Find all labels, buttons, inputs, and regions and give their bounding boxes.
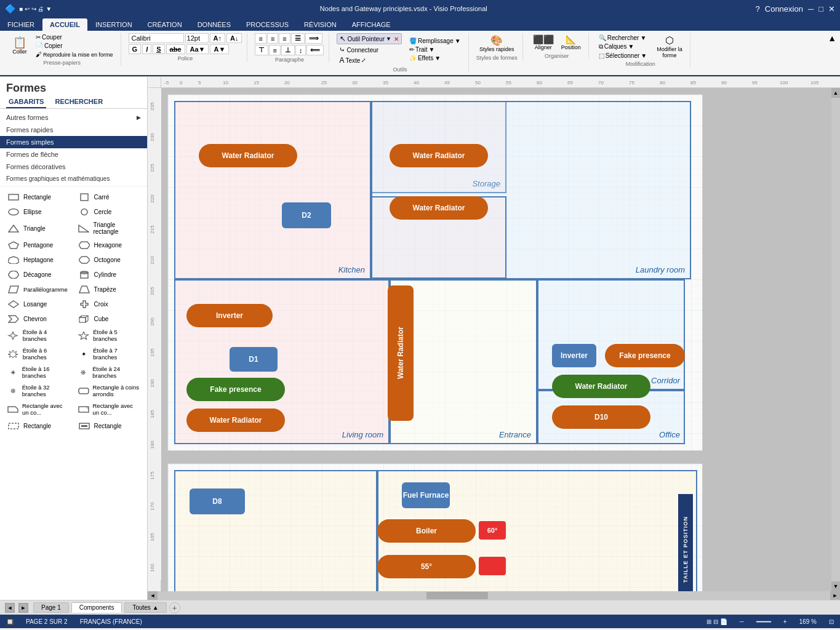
rechercher-btn[interactable]: 🔍 Rechercher ▼ [596, 34, 650, 42]
shape-etoile24[interactable]: ❊ Étoile à 24 branches [77, 364, 142, 381]
node-d3[interactable]: Inverter [552, 344, 596, 367]
sidebar-item-formes-graphiques[interactable]: Formes graphiques et mathématiques [0, 173, 147, 185]
shape-hexagone[interactable]: Hexagone [77, 238, 142, 252]
shape-parallelogramme[interactable]: Parallélogramme [6, 282, 71, 296]
sidebar-item-formes-rapides[interactable]: Formes rapides [0, 124, 147, 136]
taille-position-panel[interactable]: TAILLE ET POSITION [678, 494, 693, 591]
fit-page-btn[interactable]: ⊡ [829, 618, 834, 625]
decrease-indent-btn[interactable]: ⟸ [306, 45, 324, 55]
shape-rect-cut[interactable]: Rectangle avec un co... [6, 401, 71, 418]
shape-etoile7[interactable]: ✦ Étoile à 7 branches [77, 345, 142, 362]
sidebar-item-formes-fleche[interactable]: Formes de flèche [0, 148, 147, 161]
modifier-forme-btn[interactable]: ⬡ Modifier laforme [654, 33, 685, 60]
couper-btn[interactable]: ✂ Couper [33, 33, 116, 41]
shape-rectangle[interactable]: Rectangle [6, 190, 71, 204]
valign-top-btn[interactable]: ⊤ [255, 45, 268, 55]
remplissage-btn[interactable]: 🪣 Remplissage ▼ [407, 37, 463, 45]
page-scroll-right[interactable]: ► [18, 603, 28, 613]
bullets-btn[interactable]: ☰ [291, 33, 305, 44]
water-radiator-storage-top[interactable]: Water Radiator [390, 144, 488, 167]
hscroll-thumb[interactable] [426, 592, 488, 599]
trait-btn[interactable]: ✏ Trait ▼ [407, 46, 463, 54]
align-right-btn[interactable]: ≡ [279, 33, 290, 44]
scroll-left-btn[interactable]: ◄ [148, 591, 158, 600]
zoom-slider[interactable]: ━━━━ [756, 618, 771, 625]
inverter-office[interactable]: Fake presence [605, 344, 685, 367]
tab-insertion[interactable]: INSERTION [88, 18, 140, 31]
reproduire-btn[interactable]: 🖌 Reproduire la mise en forme [33, 50, 116, 58]
tab-donnees[interactable]: DONNÉES [190, 18, 238, 31]
selectionner-btn[interactable]: ⬚ Sélectionner ▼ [596, 52, 650, 60]
fake-presence-office[interactable]: Water Radiator [552, 375, 650, 398]
help-btn[interactable]: ? [756, 4, 760, 14]
page-tab-page1[interactable]: Page 1 [33, 602, 69, 613]
highlight-btn[interactable]: A▼ [210, 44, 229, 54]
scroll-down-btn[interactable]: ▼ [831, 581, 840, 591]
calques-btn[interactable]: ⧉ Calques ▼ [596, 42, 650, 51]
shrink-font-btn[interactable]: A↓ [226, 33, 242, 43]
page-tab-components[interactable]: Components [71, 602, 122, 613]
node-d1[interactable]: D1 [230, 347, 278, 372]
sidebar-item-formes-simples[interactable]: Formes simples [0, 136, 147, 148]
font-selector[interactable] [129, 33, 184, 43]
shape-cylindre[interactable]: Cylindre [77, 268, 142, 281]
valign-mid-btn[interactable]: ≡ [269, 45, 280, 55]
scrollbar-h[interactable]: ◄ ► [148, 591, 840, 600]
sidebar-item-formes-decoratives[interactable]: Formes décoratives [0, 161, 147, 173]
shape-etoile4[interactable]: Étoile à 4 branches [6, 327, 71, 344]
connecteur-label[interactable]: Connecteur [346, 47, 378, 54]
outil-pointeur-label[interactable]: Outil Pointeur [347, 36, 385, 42]
water-radiator-entrance-v[interactable]: Water Radiator [388, 285, 414, 421]
shape-etoile32[interactable]: ❊ Étoile à 32 branches [6, 382, 71, 399]
scroll-up-btn[interactable]: ▲ [831, 88, 840, 98]
shape-trapeze[interactable]: Trapèze [77, 282, 142, 296]
zoom-plus[interactable]: + [783, 618, 787, 625]
water-radiator-storage2[interactable]: Water Radiator [390, 196, 488, 220]
shape-losange[interactable]: Losange [6, 297, 71, 311]
minimize-btn[interactable]: ─ [808, 4, 814, 14]
fake-presence-living[interactable]: Fake presence [186, 378, 285, 401]
strikethrough-btn[interactable]: abc [166, 44, 185, 54]
tab-gabarits[interactable]: GABARITS [6, 96, 46, 108]
tab-creation[interactable]: CRÉATION [140, 18, 190, 31]
shape-rect-rounded[interactable]: Rectangle à coins arrondis [77, 382, 142, 399]
water-radiator-kitchen[interactable]: Water Radiator [199, 144, 297, 167]
canvas-scroll[interactable]: Kitchen Storage Laundry room [161, 88, 831, 591]
texte-label[interactable]: Texte [345, 57, 360, 64]
italic-btn[interactable]: I [142, 44, 151, 54]
copier-btn[interactable]: 📄 Copier [33, 42, 116, 50]
shape-rect-fold[interactable]: Rectangle avec un co... [77, 401, 142, 418]
zoom-minus[interactable]: ─ [740, 618, 744, 625]
shape-chevron[interactable]: Chevron [6, 312, 71, 325]
shape-etoile6[interactable]: Étoile à 6 branches [6, 345, 71, 362]
tab-rechercher[interactable]: RECHERCHER [52, 96, 105, 108]
align-left-btn[interactable]: ≡ [255, 33, 266, 44]
effets-btn[interactable]: ✨ Effets ▼ [407, 54, 463, 62]
connexion-btn[interactable]: Connexion [765, 4, 803, 14]
shape-etoile16[interactable]: ✳ Étoile à 16 branches [6, 364, 71, 381]
water-radiator-office[interactable]: D10 [552, 405, 650, 429]
node-d10[interactable]: D8 [190, 488, 245, 514]
shape-ellipse[interactable]: Ellipse [6, 205, 71, 218]
increase-indent-btn[interactable]: ⟹ [305, 33, 322, 44]
shape-rect3[interactable]: Rectangle [77, 419, 142, 433]
page-tab-toutes[interactable]: Toutes ▲ [124, 602, 166, 613]
styles-rapides-btn[interactable]: 🎨 Styles rapides [477, 33, 517, 54]
shape-cercle[interactable]: Cercle [77, 205, 142, 218]
shape-rect2[interactable]: Rectangle [6, 419, 71, 433]
sidebar-item-autres-formes[interactable]: Autres formes ▶ [0, 111, 147, 124]
fontcolor-btn[interactable]: Aa▼ [186, 44, 209, 54]
shape-heptagone[interactable]: Heptagone [6, 253, 71, 266]
collapse-ribbon-btn[interactable]: ▲ [828, 33, 836, 43]
aligner-btn[interactable]: ⬛⬛ Aligner [530, 33, 556, 52]
page-scroll-left[interactable]: ◄ [5, 603, 15, 613]
tab-accueil[interactable]: ACCUEIL [42, 18, 87, 31]
shape-etoile5[interactable]: Étoile à 5 branches [77, 327, 142, 344]
bold-btn[interactable]: G [129, 44, 142, 54]
shape-croix[interactable]: Croix [77, 297, 142, 311]
size-selector[interactable] [185, 33, 209, 43]
water-radiator-living[interactable]: Water Radiator [186, 409, 285, 432]
coller-btn[interactable]: 📋 Coller [9, 36, 31, 56]
tab-affichage[interactable]: AFFICHAGE [345, 18, 398, 31]
tab-processus[interactable]: PROCESSUS [239, 18, 296, 31]
